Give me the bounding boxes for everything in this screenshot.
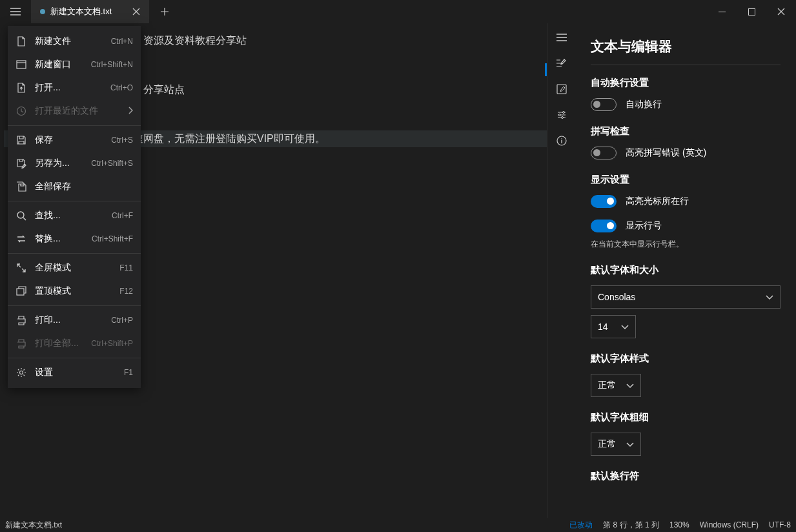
menu-item-label: 新建窗口 — [35, 59, 83, 70]
menu-item-label: 设置 — [35, 367, 116, 378]
menu-separator — [8, 125, 141, 126]
menu-item-save-as[interactable]: 另存为...Ctrl+Shift+S — [8, 152, 141, 175]
edit-icon[interactable] — [555, 83, 568, 96]
svg-point-9 — [561, 117, 563, 119]
menu-item-new-file[interactable]: 新建文件Ctrl+N — [8, 30, 141, 53]
titlebar: 新建文本文档.txt — [0, 0, 796, 23]
settings-panel: 文本与编辑器 自动换行设置 自动换行 拼写检查 高亮拼写错误 (英文) 显示设置… — [575, 23, 796, 518]
show-lineno-label: 显示行号 — [626, 220, 662, 232]
font-select[interactable]: Consolas — [591, 285, 781, 309]
status-encoding[interactable]: UTF-8 — [769, 520, 791, 529]
wrap-section-title: 自动换行设置 — [591, 77, 781, 89]
menu-item-open[interactable]: 打开...Ctrl+O — [8, 76, 141, 99]
word-wrap-toggle[interactable] — [591, 98, 617, 111]
lineending-section-title: 默认换行符 — [591, 470, 781, 482]
svg-point-8 — [558, 114, 560, 116]
saveall-icon — [15, 181, 27, 192]
open-icon — [15, 82, 27, 94]
show-lineno-toggle[interactable] — [591, 220, 617, 232]
hamburger-menu-button[interactable] — [0, 0, 31, 23]
spell-check-toggle[interactable] — [591, 147, 617, 159]
menu-item-shortcut: Ctrl+N — [111, 37, 133, 46]
active-tab-indicator — [545, 63, 547, 76]
display-section-title: 显示设置 — [591, 174, 781, 186]
menu-separator — [8, 253, 141, 254]
svg-rect-4 — [17, 289, 24, 295]
close-button[interactable] — [766, 0, 796, 23]
menu-item-find[interactable]: 查找...Ctrl+F — [8, 204, 141, 227]
ontop-icon — [15, 285, 27, 297]
menu-item-shortcut: Ctrl+Shift+P — [91, 339, 133, 348]
status-position[interactable]: 第 8 行，第 1 列 — [603, 520, 659, 531]
fullscreen-icon — [15, 262, 27, 274]
spell-check-label: 高亮拼写错误 (英文) — [626, 147, 706, 159]
menu-item-label: 打开最近的文件 — [35, 105, 120, 117]
menu-item-shortcut: F1 — [124, 368, 133, 377]
svg-rect-0 — [748, 8, 755, 15]
svg-point-3 — [17, 212, 24, 218]
menu-item-shortcut: Ctrl+O — [110, 83, 133, 92]
menu-item-label: 查找... — [35, 210, 104, 221]
highlight-line-label: 高亮光标所在行 — [626, 196, 689, 207]
menu-item-print[interactable]: 打印...Ctrl+P — [8, 309, 141, 332]
toolbar-menu-icon[interactable] — [555, 31, 568, 44]
menu-item-new-window[interactable]: 新建窗口Ctrl+Shift+N — [8, 53, 141, 76]
menu-item-shortcut: Ctrl+S — [111, 136, 133, 145]
weight-section-title: 默认字体粗细 — [591, 411, 781, 424]
lineno-description: 在当前文本中显示行号栏。 — [591, 239, 781, 250]
font-style-value: 正常 — [598, 380, 616, 391]
menu-separator — [8, 201, 141, 201]
menu-item-fullscreen[interactable]: 全屏模式F11 — [8, 256, 141, 280]
menu-separator — [8, 358, 141, 358]
info-icon[interactable] — [555, 134, 568, 147]
menu-item-label: 打印全部... — [35, 338, 83, 349]
menu-item-open-recent: 打开最近的文件 — [8, 99, 141, 123]
font-size-select[interactable]: 14 — [591, 315, 636, 338]
saveas-icon — [15, 158, 27, 169]
style-section-title: 默认字体样式 — [591, 353, 781, 365]
new-tab-button[interactable] — [153, 0, 176, 23]
font-style-select[interactable]: 正常 — [591, 374, 641, 397]
menu-item-label: 打印... — [35, 314, 103, 326]
chevron-down-icon — [621, 322, 629, 332]
window-controls — [707, 0, 796, 23]
svg-point-5 — [20, 371, 23, 374]
menu-item-shortcut: F12 — [119, 287, 133, 296]
menu-item-settings[interactable]: 设置F1 — [8, 361, 141, 384]
save-icon — [15, 134, 27, 146]
word-wrap-label: 自动换行 — [626, 99, 662, 110]
menu-item-shortcut: Ctrl+Shift+F — [92, 234, 133, 243]
printall-icon — [15, 338, 27, 349]
status-line-ending[interactable]: Windows (CRLF) — [700, 520, 759, 529]
menu-item-shortcut: Ctrl+F — [112, 211, 133, 220]
font-weight-select[interactable]: 正常 — [591, 433, 641, 456]
font-size-value: 14 — [598, 322, 608, 332]
status-bar: 新建文本文档.txt 已改动 第 8 行，第 1 列 130% Windows … — [0, 518, 796, 532]
sliders-icon[interactable] — [555, 108, 568, 121]
file-menu: 新建文件Ctrl+N新建窗口Ctrl+Shift+N打开...Ctrl+O打开最… — [8, 26, 141, 388]
modified-dot-icon — [40, 9, 45, 14]
search-icon — [15, 210, 27, 221]
chevron-down-icon — [626, 380, 634, 391]
menu-item-label: 新建文件 — [35, 36, 103, 47]
status-zoom[interactable]: 130% — [669, 520, 689, 529]
highlight-line-toggle[interactable] — [591, 195, 617, 208]
text-editor-icon[interactable] — [555, 57, 568, 70]
chevron-right-icon — [128, 106, 133, 116]
menu-item-label: 打开... — [35, 82, 103, 94]
font-section-title: 默认字体和大小 — [591, 264, 781, 276]
tab-close-button[interactable] — [130, 5, 143, 18]
menu-item-save[interactable]: 保存Ctrl+S — [8, 128, 141, 152]
tab[interactable]: 新建文本文档.txt — [31, 0, 149, 23]
menu-item-replace[interactable]: 替换...Ctrl+Shift+F — [8, 227, 141, 251]
menu-item-label: 保存 — [35, 134, 103, 146]
menu-item-label: 另存为... — [35, 158, 83, 169]
status-modified[interactable]: 已改动 — [569, 520, 593, 531]
menu-item-always-on-top[interactable]: 置顶模式F12 — [8, 280, 141, 303]
minimize-button[interactable] — [707, 0, 737, 23]
font-weight-value: 正常 — [598, 438, 616, 450]
vertical-toolbar — [547, 23, 575, 518]
menu-item-save-all[interactable]: 全部保存 — [8, 175, 141, 198]
maximize-button[interactable] — [737, 0, 766, 23]
replace-icon — [15, 233, 27, 245]
